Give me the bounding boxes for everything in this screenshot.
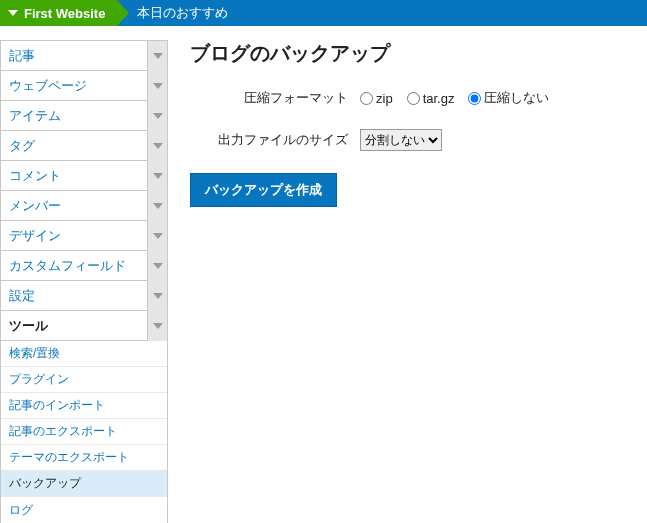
sidebar-item-items[interactable]: アイテム: [1, 101, 167, 131]
sidebar-item-settings[interactable]: 設定: [1, 281, 167, 311]
sidebar-item-comments[interactable]: コメント: [1, 161, 167, 191]
radio-option-none[interactable]: 圧縮しない: [468, 89, 549, 107]
radio-targz[interactable]: [407, 92, 420, 105]
chevron-down-icon[interactable]: [147, 71, 167, 101]
breadcrumb-page[interactable]: 本日のおすすめ: [129, 0, 228, 26]
subitem-export-entries[interactable]: 記事のエクスポート: [1, 419, 167, 445]
chevron-down-icon[interactable]: [147, 191, 167, 221]
radio-option-zip[interactable]: zip: [360, 91, 393, 106]
sidebar-item-tags[interactable]: タグ: [1, 131, 167, 161]
label-compression-format: 圧縮フォーマット: [190, 89, 360, 107]
sidebar-submenu-tools: 検索/置換 プラグイン 記事のインポート 記事のエクスポート テーマのエクスポー…: [1, 341, 167, 523]
subitem-import-entries[interactable]: 記事のインポート: [1, 393, 167, 419]
chevron-down-icon[interactable]: [147, 131, 167, 161]
page-title: ブログのバックアップ: [190, 40, 647, 67]
subitem-plugins[interactable]: プラグイン: [1, 367, 167, 393]
chevron-down-icon[interactable]: [147, 101, 167, 131]
chevron-down-icon[interactable]: [147, 221, 167, 251]
main-content: ブログのバックアップ 圧縮フォーマット zip tar.gz 圧縮しない 出力フ…: [168, 40, 647, 523]
sidebar-item-articles[interactable]: 記事: [1, 41, 167, 71]
chevron-down-icon: [8, 10, 18, 16]
chevron-down-icon[interactable]: [147, 251, 167, 281]
breadcrumb-site-label: First Website: [24, 6, 105, 21]
chevron-down-icon[interactable]: [147, 41, 167, 71]
radio-group-format: zip tar.gz 圧縮しない: [360, 89, 549, 107]
sidebar-item-design[interactable]: デザイン: [1, 221, 167, 251]
sidebar-item-tools[interactable]: ツール: [1, 311, 167, 341]
sidebar-item-members[interactable]: メンバー: [1, 191, 167, 221]
radio-option-targz[interactable]: tar.gz: [407, 91, 455, 106]
sidebar-item-custom-fields[interactable]: カスタムフィールド: [1, 251, 167, 281]
breadcrumb-page-label: 本日のおすすめ: [137, 4, 228, 22]
chevron-down-icon[interactable]: [147, 281, 167, 311]
sidebar-item-pages[interactable]: ウェブページ: [1, 71, 167, 101]
create-backup-button[interactable]: バックアップを作成: [190, 173, 337, 207]
label-output-size: 出力ファイルのサイズ: [190, 131, 360, 149]
row-output-size: 出力ファイルのサイズ 分割しない: [190, 129, 647, 151]
radio-zip[interactable]: [360, 92, 373, 105]
sidebar: 記事 ウェブページ アイテム タグ コメント メンバー デザイン カスタムフィー…: [0, 40, 168, 523]
radio-none[interactable]: [468, 92, 481, 105]
breadcrumb-arrow-icon: [117, 0, 129, 26]
row-compression-format: 圧縮フォーマット zip tar.gz 圧縮しない: [190, 89, 647, 107]
select-output-size[interactable]: 分割しない: [360, 129, 442, 151]
subitem-export-theme[interactable]: テーマのエクスポート: [1, 445, 167, 471]
subitem-backup[interactable]: バックアップ: [1, 471, 167, 497]
breadcrumb-site[interactable]: First Website: [0, 0, 117, 26]
chevron-down-icon[interactable]: [147, 161, 167, 191]
breadcrumb: First Website 本日のおすすめ: [0, 0, 647, 26]
chevron-down-icon[interactable]: [147, 311, 167, 341]
subitem-log[interactable]: ログ: [1, 497, 167, 523]
subitem-search-replace[interactable]: 検索/置換: [1, 341, 167, 367]
